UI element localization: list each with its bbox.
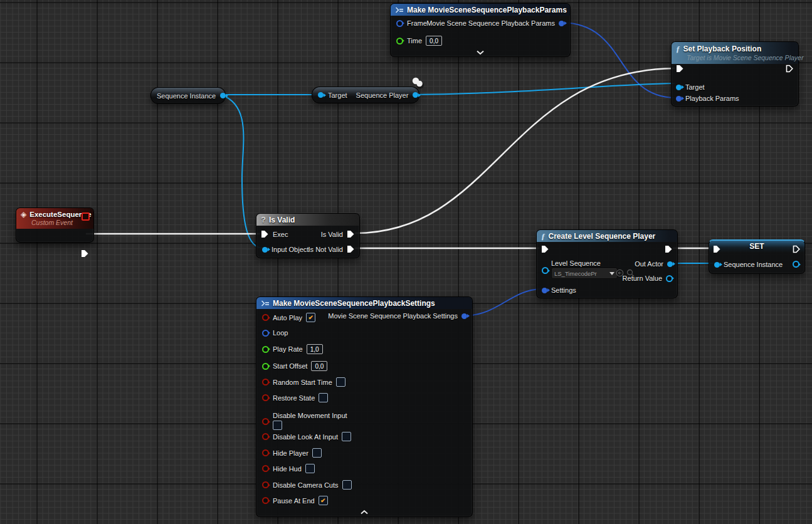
pin-disable-movement-input[interactable]: Disable Movement Input <box>262 413 347 430</box>
object-pin-icon[interactable] <box>542 267 549 274</box>
struct-pin-icon[interactable] <box>461 313 467 319</box>
exec-pin-icon[interactable] <box>676 65 684 73</box>
pin-play-rate[interactable]: Play Rate 1,0 <box>262 344 323 354</box>
pin-exec-out[interactable] <box>81 249 89 258</box>
pin-exec-out[interactable] <box>786 65 794 73</box>
bool-pin-icon[interactable] <box>262 465 269 472</box>
hide-hud-checkbox[interactable] <box>305 464 315 473</box>
object-pin-icon[interactable] <box>413 92 418 98</box>
object-pin-icon[interactable] <box>714 262 720 268</box>
pin-disable-camera-cuts[interactable]: Disable Camera Cuts <box>262 480 352 490</box>
pin-restore-state[interactable]: Restore State <box>262 393 328 402</box>
node-set-playback-position[interactable]: ƒ Set Playback Position Target is Movie … <box>671 41 799 107</box>
pin-return-value[interactable]: Return Value <box>623 275 673 282</box>
exec-pin-icon[interactable] <box>786 65 794 73</box>
exec-pin-icon[interactable] <box>347 245 355 253</box>
exec-pin-icon[interactable] <box>347 230 355 238</box>
node-set-sequence-instance[interactable]: SET Sequence Instance <box>709 239 805 274</box>
pause-at-end-checkbox[interactable]: ✔ <box>319 496 328 505</box>
pin-loop[interactable]: Loop <box>262 329 288 337</box>
pin-is-valid-out[interactable]: Is Valid <box>321 230 355 238</box>
node-make-playback-params[interactable]: Make MovieSceneSequencePlaybackParams Fr… <box>390 3 571 57</box>
disable-movement-input-checkbox[interactable] <box>273 421 282 430</box>
exec-pin-icon[interactable] <box>665 245 673 253</box>
pin-exec-in[interactable] <box>713 245 721 253</box>
object-pin-icon[interactable] <box>220 93 226 98</box>
struct-pin-icon[interactable] <box>676 96 682 102</box>
exec-pin-icon[interactable] <box>793 245 801 253</box>
node-is-valid[interactable]: ? Is Valid Exec Is Valid Input Object Is… <box>256 213 360 258</box>
object-pin-icon[interactable] <box>793 261 799 268</box>
struct-pin-icon[interactable] <box>542 288 547 293</box>
pin-exec-out[interactable] <box>793 245 801 253</box>
random-start-time-checkbox[interactable] <box>336 377 345 387</box>
pin-out-actor[interactable]: Out Actor <box>635 260 673 268</box>
disable-camera-cuts-checkbox[interactable] <box>342 480 352 490</box>
disable-look-at-input-checkbox[interactable] <box>342 432 351 441</box>
pin-hide-player[interactable]: Hide Player <box>262 448 322 458</box>
bool-pin-icon[interactable] <box>262 481 269 488</box>
struct-pin-icon[interactable] <box>262 330 269 337</box>
pin-sequence-instance-in[interactable]: Sequence Instance <box>714 261 783 268</box>
pin-disable-look-at-input[interactable]: Disable Look At Input <box>262 432 351 441</box>
pin-is-not-valid-out[interactable]: Is Not Valid <box>308 245 355 253</box>
float-pin-icon[interactable] <box>262 346 269 353</box>
exec-pin-icon[interactable] <box>541 245 549 253</box>
object-pin-icon[interactable] <box>262 247 268 253</box>
bool-pin-icon[interactable] <box>262 418 269 425</box>
node-get-sequence-player[interactable]: Target Sequence Player <box>312 86 419 103</box>
start-offset-field[interactable]: 0,0 <box>311 361 327 371</box>
expand-chevron-icon[interactable] <box>361 510 368 515</box>
pin-pause-at-end[interactable]: Pause At End ✔ <box>262 496 328 505</box>
bool-pin-icon[interactable] <box>262 433 269 440</box>
bool-pin-icon[interactable] <box>262 314 269 321</box>
bool-pin-icon[interactable] <box>262 394 269 401</box>
asset-select-dropdown[interactable]: LS_TimecodePr <box>551 268 618 279</box>
node-header[interactable]: ƒ Set Playback Position Target is Movie … <box>672 42 798 64</box>
node-header[interactable]: Make MovieSceneSequencePlaybackParams <box>391 4 570 16</box>
exec-pin-icon[interactable] <box>81 249 89 258</box>
hide-player-checkbox[interactable] <box>312 448 322 458</box>
node-header[interactable]: ? Is Valid <box>256 214 359 226</box>
pin-playback-params-out[interactable]: Movie Scene Sequence Playback Params <box>426 19 564 27</box>
pin-auto-play[interactable]: Auto Play ✔ <box>262 313 315 322</box>
object-pin-icon[interactable] <box>667 261 673 267</box>
pin-start-offset[interactable]: Start Offset 0,0 <box>262 361 327 371</box>
pin-exec-in[interactable] <box>541 245 549 253</box>
restore-state-checkbox[interactable] <box>319 393 328 402</box>
pin-exec-out[interactable] <box>665 245 673 253</box>
node-header[interactable]: ◈ ExecuteSequence Custom Event <box>16 208 93 229</box>
float-pin-icon[interactable] <box>262 363 269 370</box>
pin-playback-params[interactable]: Playback Params <box>676 95 739 102</box>
node-get-sequence-instance[interactable]: Sequence Instance <box>150 87 226 104</box>
pin-sequence-instance-out[interactable] <box>793 261 799 268</box>
pin-random-start-time[interactable]: Random Start Time <box>262 377 345 387</box>
exec-pin-icon[interactable] <box>713 245 721 253</box>
pin-frame[interactable]: Frame <box>396 19 427 27</box>
play-rate-field[interactable]: 1,0 <box>307 344 323 354</box>
node-header[interactable]: ƒ Create Level Sequence Player <box>537 230 677 242</box>
pin-target[interactable]: Target <box>676 83 705 91</box>
pin-input-object[interactable]: Input Object <box>262 246 308 253</box>
float-pin-icon[interactable] <box>396 38 403 45</box>
pin-exec-in[interactable]: Exec <box>261 230 288 238</box>
pin-hide-hud[interactable]: Hide Hud <box>262 464 315 473</box>
time-value-field[interactable]: 0,0 <box>426 36 442 46</box>
struct-pin-icon[interactable] <box>396 20 403 27</box>
collapse-chevron-icon[interactable] <box>477 50 484 55</box>
event-editable-indicator[interactable] <box>82 212 90 221</box>
node-create-level-sequence-player[interactable]: ƒ Create Level Sequence Player Level Seq… <box>536 229 678 298</box>
pin-settings[interactable]: Settings <box>542 286 576 294</box>
exec-pin-icon[interactable] <box>261 230 269 238</box>
pin-level-sequence[interactable] <box>542 267 549 274</box>
blueprint-graph-canvas[interactable]: Make MovieSceneSequencePlaybackParams Fr… <box>0 0 812 524</box>
bool-pin-icon[interactable] <box>262 449 269 456</box>
bool-pin-icon[interactable] <box>262 497 269 504</box>
node-make-playback-settings[interactable]: Make MovieSceneSequencePlaybackSettings … <box>256 296 473 517</box>
pin-time[interactable]: Time 0,0 <box>396 36 442 46</box>
object-pin-icon[interactable] <box>676 85 682 90</box>
struct-pin-icon[interactable] <box>559 21 564 26</box>
object-pin-icon[interactable] <box>318 92 324 98</box>
bool-pin-icon[interactable] <box>262 379 269 385</box>
auto-play-checkbox[interactable]: ✔ <box>306 313 315 322</box>
